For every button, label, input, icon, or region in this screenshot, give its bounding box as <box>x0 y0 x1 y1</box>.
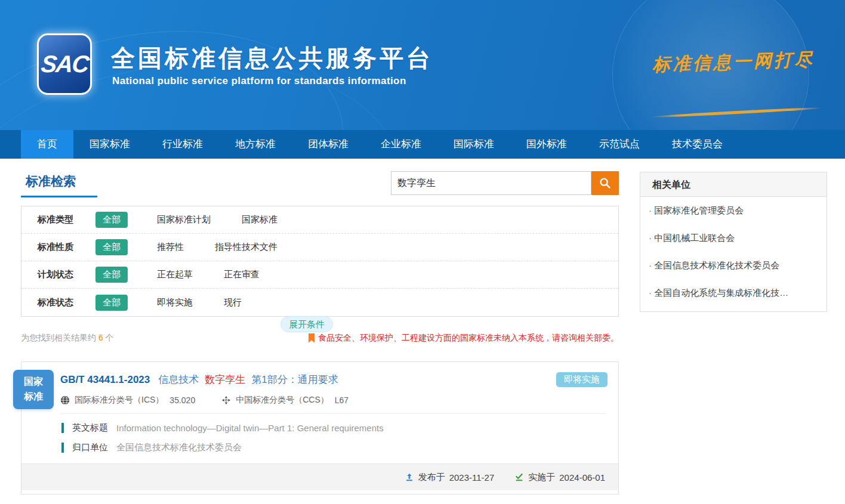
standard-type-badge[interactable]: 国家 标准 <box>13 370 54 409</box>
filter-panel: 标准类型 全部 国家标准计划 国家标准 标准性质 全部 推荐性 指导性技术文件 … <box>21 206 619 317</box>
results-count: 6 <box>98 333 103 342</box>
standard-result-card: 国家 标准 GB/T 43441.1-2023 信息技术 数字孪生 第1部分：通… <box>21 361 619 494</box>
filter-option[interactable]: 正在审查 <box>224 269 260 280</box>
filter-label: 计划状态 <box>38 269 95 280</box>
site-title: 全国标准信息公共服务平台 <box>111 42 433 75</box>
search-input[interactable] <box>391 171 591 195</box>
results-summary-suffix: 个 <box>103 333 114 342</box>
field-accent-bar <box>61 443 64 453</box>
sac-logo[interactable]: SAC <box>37 33 92 95</box>
results-summary-prefix: 为您找到相关结果约 <box>21 333 98 342</box>
globe-icon <box>60 395 70 405</box>
nav-tab-national-standards[interactable]: 国家标准 <box>73 130 146 159</box>
published-label: 发布于 <box>418 472 445 483</box>
standard-title-row: GB/T 43441.1-2023 信息技术 数字孪生 第1部分：通用要求 即将… <box>21 362 618 387</box>
ccs-label: 中国标准分类号（CCS） <box>236 395 329 406</box>
filter-all-button[interactable]: 全部 <box>95 212 128 228</box>
status-badge: 即将实施 <box>556 372 607 387</box>
published-date: 2023-11-27 <box>449 472 495 483</box>
filter-option[interactable]: 指导性技术文件 <box>215 242 277 253</box>
published-date-group: 发布于 2023-11-27 <box>405 472 495 483</box>
standard-title-prefix[interactable]: 信息技术 <box>158 373 199 386</box>
field-accent-bar <box>61 423 64 433</box>
filter-row-standard-status: 标准状态 全部 即将实施 现行 <box>21 289 618 316</box>
type-badge-line1: 国家 <box>24 375 43 389</box>
filter-option[interactable]: 国家标准计划 <box>157 214 211 225</box>
filter-row-standard-type: 标准类型 全部 国家标准计划 国家标准 <box>21 206 618 234</box>
results-summary: 为您找到相关结果约 6 个 <box>21 333 114 344</box>
nav-tab-pilot-programs[interactable]: 示范试点 <box>583 130 656 159</box>
site-header: SAC 全国标准信息公共服务平台 National public service… <box>0 0 845 130</box>
related-unit-link[interactable]: 全国自动化系统与集成标准化技… <box>640 279 827 307</box>
filter-all-button[interactable]: 全部 <box>95 239 128 255</box>
classification-row: 国际标准分类号（ICS） 35.020 中国标准分类号（CCS） L67 <box>60 395 607 406</box>
card-footer: 发布于 2023-11-27 实施于 2024-06-01 <box>21 463 618 490</box>
page-title: 标准检索 <box>26 173 76 190</box>
content-area: 标准检索 标准类型 全部 国家标准计划 国家标准 <box>0 159 845 504</box>
implement-check-icon <box>514 472 524 482</box>
english-title-label: 英文标题 <box>72 422 108 434</box>
related-units-panel: 相关单位 国家标准化管理委员会 中国机械工业联合会 全国信息技术标准化技术委员会… <box>640 172 827 312</box>
nav-tab-group-standards[interactable]: 团体标准 <box>292 130 365 159</box>
filter-row-plan-status: 计划状态 全部 正在起草 正在审查 <box>21 261 618 289</box>
english-title-value: Information technology—Digital twin—Part… <box>116 423 384 433</box>
filter-all-button[interactable]: 全部 <box>95 295 128 311</box>
page-title-underline <box>21 196 97 197</box>
system-notice: 食品安全、环境保护、工程建设方面的国家标准未纳入本系统，请咨询相关部委。 <box>308 333 619 344</box>
sac-logo-text: SAC <box>39 51 89 78</box>
filter-option[interactable]: 正在起草 <box>157 269 193 280</box>
filter-option[interactable]: 推荐性 <box>157 242 184 253</box>
main-nav: 首页 国家标准 行业标准 地方标准 团体标准 企业标准 国际标准 国外标准 示范… <box>0 130 845 159</box>
filter-option[interactable]: 即将实施 <box>157 297 193 308</box>
results-info-row: 为您找到相关结果约 6 个 食品安全、环境保护、工程建设方面的国家标准未纳入本系… <box>21 333 619 344</box>
filter-label: 标准性质 <box>38 242 95 253</box>
ics-label: 国际标准分类号（ICS） <box>75 395 164 406</box>
notice-text: 食品安全、环境保护、工程建设方面的国家标准未纳入本系统，请咨询相关部委。 <box>318 333 619 344</box>
nav-tab-international-standards[interactable]: 国际标准 <box>437 130 510 159</box>
filter-option[interactable]: 现行 <box>224 297 242 308</box>
ics-classification: 国际标准分类号（ICS） 35.020 <box>60 395 195 406</box>
card-divider <box>60 413 606 414</box>
expand-conditions-button[interactable]: 展开条件 <box>280 316 333 332</box>
filter-label: 标准类型 <box>38 214 95 225</box>
search-button[interactable] <box>591 171 619 195</box>
committee-row: 归口单位 全国信息技术标准化技术委员会 <box>61 442 606 453</box>
nav-tab-technical-committees[interactable]: 技术委员会 <box>656 130 739 159</box>
implemented-date: 2024-06-01 <box>559 472 605 483</box>
nav-tab-enterprise-standards[interactable]: 企业标准 <box>365 130 437 159</box>
bookmark-icon <box>308 333 315 343</box>
related-units-title: 相关单位 <box>640 172 827 197</box>
site-subtitle: National public service platform for sta… <box>112 75 406 87</box>
filter-label: 标准状态 <box>38 297 95 308</box>
committee-value: 全国信息技术标准化技术委员会 <box>116 442 242 453</box>
english-title-row: 英文标题 Information technology—Digital twin… <box>61 422 606 434</box>
nav-tab-home[interactable]: 首页 <box>21 130 73 159</box>
implemented-label: 实施于 <box>528 472 555 483</box>
filter-all-button[interactable]: 全部 <box>95 267 128 283</box>
standard-code-link[interactable]: GB/T 43441.1-2023 <box>60 374 150 386</box>
nav-tab-local-standards[interactable]: 地方标准 <box>219 130 292 159</box>
implemented-date-group: 实施于 2024-06-01 <box>514 472 605 483</box>
nav-tab-industry-standards[interactable]: 行业标准 <box>146 130 219 159</box>
filter-row-standard-nature: 标准性质 全部 推荐性 指导性技术文件 <box>21 234 618 261</box>
standard-title-highlight[interactable]: 数字孪生 <box>205 373 245 386</box>
search-bar <box>391 171 619 195</box>
committee-label: 归口单位 <box>72 442 108 453</box>
compass-cross-icon <box>221 395 231 405</box>
filter-option[interactable]: 国家标准 <box>242 214 277 225</box>
related-unit-link[interactable]: 全国信息技术标准化技术委员会 <box>640 252 827 279</box>
related-unit-link[interactable]: 中国机械工业联合会 <box>640 224 827 252</box>
ccs-value: L67 <box>335 395 349 405</box>
related-unit-link[interactable]: 国家标准化管理委员会 <box>640 197 827 224</box>
page: SAC 全国标准信息公共服务平台 National public service… <box>0 0 845 504</box>
type-badge-line2: 标准 <box>24 389 43 404</box>
ccs-classification: 中国标准分类号（CCS） L67 <box>221 395 349 406</box>
publish-upload-icon <box>405 472 414 482</box>
search-icon <box>599 177 612 190</box>
nav-tab-foreign-standards[interactable]: 国外标准 <box>510 130 583 159</box>
standard-title-suffix[interactable]: 第1部分：通用要求 <box>251 373 338 386</box>
ics-value: 35.020 <box>169 395 195 405</box>
